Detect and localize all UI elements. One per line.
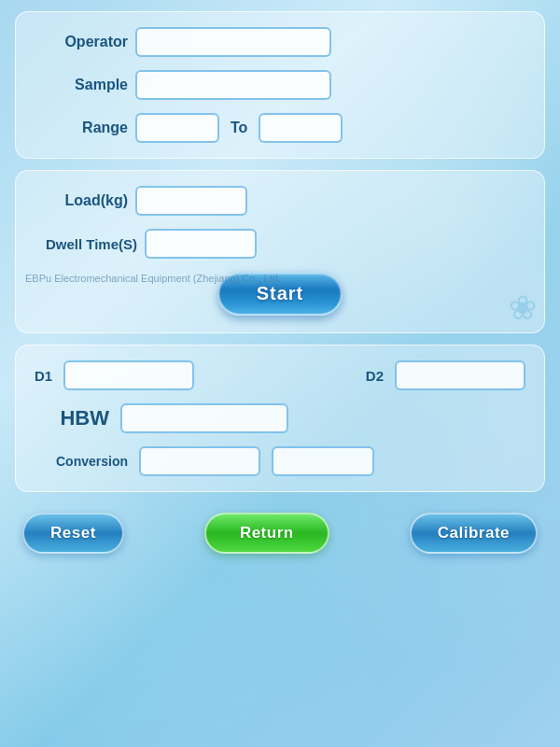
load-input[interactable]	[135, 186, 247, 216]
hbw-input[interactable]	[120, 403, 288, 433]
dwell-row: Dwell Time(S)	[35, 229, 525, 259]
operator-label: Operator	[35, 34, 128, 50]
results-grid: D1 D2 HBW Conversion	[35, 360, 525, 476]
conversion-row: Conversion	[35, 446, 525, 476]
dwell-input[interactable]	[145, 229, 257, 259]
conversion-input-1[interactable]	[139, 446, 260, 476]
measurement-panel: Load(kg) Dwell Time(S) Start EBPu Electr…	[15, 170, 545, 333]
d2-label: D2	[366, 368, 384, 384]
conversion-label: Conversion	[35, 454, 128, 469]
bottom-buttons: Reset Return Calibrate	[15, 507, 545, 559]
conversion-input-2[interactable]	[272, 446, 374, 476]
sample-row: Sample	[35, 70, 525, 100]
range-label: Range	[35, 120, 128, 136]
operator-row: Operator	[35, 27, 525, 57]
hbw-row: HBW	[35, 403, 525, 433]
dwell-label: Dwell Time(S)	[35, 236, 137, 252]
d1-d2-row: D1 D2	[35, 360, 525, 390]
d1-label: D1	[35, 368, 52, 384]
return-button[interactable]: Return	[204, 513, 329, 554]
range-to-input[interactable]	[259, 113, 343, 143]
hbw-label: HBW	[35, 406, 109, 430]
range-row: Range To	[35, 113, 525, 143]
watermark-text: EBPu Electromechanical Equipment (Zhejia…	[25, 273, 281, 284]
d1-input[interactable]	[63, 360, 194, 390]
sample-input[interactable]	[135, 70, 331, 100]
info-panel: Operator Sample Range To	[15, 11, 545, 159]
operator-input[interactable]	[135, 27, 331, 57]
load-label: Load(kg)	[35, 192, 128, 209]
sample-label: Sample	[35, 77, 128, 93]
d2-input[interactable]	[395, 360, 525, 390]
range-to-label: To	[227, 120, 251, 136]
calibrate-button[interactable]: Calibrate	[410, 513, 538, 554]
load-row: Load(kg)	[35, 186, 525, 216]
range-from-input[interactable]	[135, 113, 219, 143]
reset-button[interactable]: Reset	[22, 513, 124, 554]
results-panel: D1 D2 HBW Conversion	[15, 345, 545, 492]
